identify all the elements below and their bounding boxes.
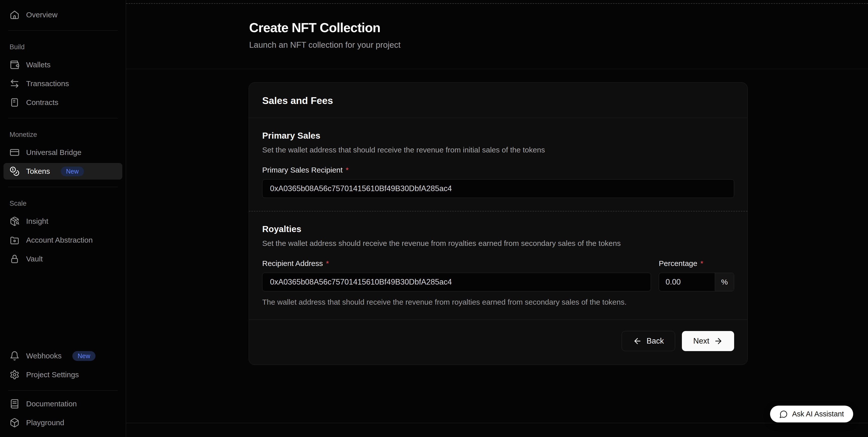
arrow-left-icon (633, 337, 642, 346)
sidebar-item-webhooks[interactable]: Webhooks New (3, 348, 122, 364)
new-badge: New (72, 351, 95, 361)
required-asterisk: * (346, 166, 349, 174)
sidebar-divider (8, 30, 118, 31)
app-root: Overview Build Wallets Transactions Cont… (0, 0, 868, 437)
wallet-icon (9, 60, 20, 70)
sidebar-item-label: Playground (26, 418, 64, 427)
sidebar-item-universal-bridge[interactable]: Universal Bridge (3, 144, 122, 161)
document-icon (9, 97, 20, 107)
arrow-right-icon (714, 337, 723, 346)
percent-suffix: % (715, 273, 734, 291)
sidebar-item-insight[interactable]: Insight (3, 213, 122, 229)
new-badge: New (61, 166, 84, 176)
page-subtitle: Launch an NFT collection for your projec… (249, 40, 853, 50)
royalties-percentage-label: Percentage * (659, 259, 734, 268)
royalties-recipient-field: Recipient Address * (262, 259, 651, 291)
sidebar-item-transactions[interactable]: Transactions (3, 75, 122, 92)
primary-sales-recipient-label: Primary Sales Recipient * (262, 166, 734, 174)
credit-card-icon (9, 148, 20, 157)
sidebar-item-label: Wallets (26, 61, 51, 69)
sidebar-item-label: Account Abstraction (26, 236, 93, 244)
royalties-recipient-input[interactable] (262, 273, 651, 291)
sidebar-item-vault[interactable]: Vault (3, 251, 122, 267)
royalties-section: Royalties Set the wallet address should … (249, 212, 747, 319)
sidebar-item-account-abstraction[interactable]: Account Abstraction (3, 232, 122, 248)
sidebar-item-label: Webhooks (26, 352, 62, 360)
required-asterisk: * (326, 259, 329, 268)
card-header: Sales and Fees (249, 83, 747, 118)
sidebar-item-label: Overview (26, 10, 58, 19)
sidebar-item-contracts[interactable]: Contracts (3, 94, 122, 111)
sidebar: Overview Build Wallets Transactions Cont… (0, 0, 126, 437)
royalties-recipient-label: Recipient Address * (262, 259, 651, 268)
primary-sales-description: Set the wallet address that should recei… (262, 146, 734, 154)
sidebar-item-wallets[interactable]: Wallets (3, 57, 122, 73)
primary-sales-section: Primary Sales Set the wallet address tha… (249, 118, 747, 211)
sidebar-section-build: Build (3, 43, 122, 51)
smart-wallet-icon (9, 235, 20, 245)
lock-icon (9, 254, 20, 264)
required-asterisk: * (700, 259, 703, 268)
royalties-percentage-field: Percentage * % (659, 259, 734, 291)
sidebar-item-playground[interactable]: Playground (3, 414, 122, 431)
bottom-border-band (126, 423, 868, 437)
sidebar-item-label: Project Settings (26, 370, 79, 379)
royalties-fields-row: Recipient Address * Percentage * (262, 259, 734, 291)
sidebar-item-project-settings[interactable]: Project Settings (3, 367, 122, 383)
primary-sales-heading: Primary Sales (262, 131, 734, 141)
card-footer: Back Next (249, 319, 747, 365)
back-button[interactable]: Back (622, 331, 675, 351)
gear-icon (9, 370, 20, 380)
main-content: Create NFT Collection Launch an NFT coll… (126, 0, 868, 437)
book-icon (9, 399, 20, 409)
sales-and-fees-card: Sales and Fees Primary Sales Set the wal… (249, 82, 748, 365)
sidebar-item-label: Contracts (26, 98, 58, 107)
box-icon (9, 418, 20, 428)
page-header: Create NFT Collection Launch an NFT coll… (126, 0, 868, 69)
sidebar-item-label: Transactions (26, 80, 69, 88)
chat-bubble-icon (779, 410, 788, 418)
sidebar-section-monetize: Monetize (3, 131, 122, 138)
royalties-helper-text: The wallet address that should receive t… (262, 298, 734, 306)
sidebar-divider (8, 390, 118, 391)
package-search-icon (9, 216, 20, 226)
bell-icon (9, 351, 20, 361)
ask-ai-assistant-button[interactable]: Ask AI Assistant (770, 406, 853, 423)
sidebar-item-label: Tokens (26, 167, 50, 176)
royalties-percentage-input[interactable] (659, 273, 715, 291)
sidebar-section-scale: Scale (3, 200, 122, 208)
home-icon (9, 10, 20, 20)
royalties-description: Set the wallet address should receive th… (262, 239, 734, 248)
sidebar-spacer (3, 270, 122, 348)
primary-sales-recipient-input[interactable] (262, 179, 734, 198)
coins-icon (9, 166, 20, 176)
sidebar-item-label: Vault (26, 255, 43, 263)
percentage-input-group: % (659, 273, 734, 291)
card-title: Sales and Fees (262, 95, 734, 106)
arrows-left-right-icon (9, 79, 20, 89)
sidebar-item-overview[interactable]: Overview (3, 6, 122, 23)
royalties-heading: Royalties (262, 224, 734, 234)
sidebar-item-label: Documentation (26, 400, 77, 408)
sidebar-item-label: Insight (26, 217, 48, 225)
dashed-top-border (126, 3, 868, 4)
content-area: Sales and Fees Primary Sales Set the wal… (126, 69, 868, 423)
sidebar-item-documentation[interactable]: Documentation (3, 396, 122, 412)
sidebar-item-tokens[interactable]: Tokens New (3, 163, 122, 180)
sidebar-divider (8, 118, 118, 118)
page-title: Create NFT Collection (249, 20, 853, 35)
sidebar-item-label: Universal Bridge (26, 148, 82, 157)
next-button[interactable]: Next (682, 331, 734, 351)
